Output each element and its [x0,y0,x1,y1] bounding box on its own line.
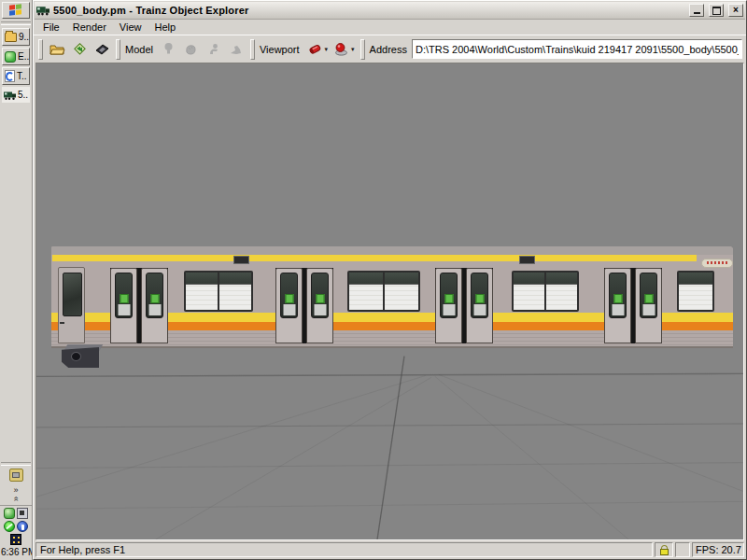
window-open-gap [679,273,712,285]
viewport-tool-group: Viewport ▾ ▾ [258,37,358,61]
status-bar: For Help, press F1 FPS: 20.7 [35,542,744,557]
app-window: 5500_body.pm - Trainz Object Explorer × … [33,0,747,560]
bulb-icon [162,42,175,56]
claw-icon [184,43,198,56]
model-skeleton-button[interactable] [203,39,225,60]
train-icon [4,90,16,101]
start-button[interactable] [2,2,30,19]
menu-item-file[interactable]: File [36,21,66,34]
folder-open-icon [49,43,65,56]
model-texture-button[interactable] [180,39,203,60]
door-sticker-white [642,304,655,315]
taskbar: 9.. E.. T.. 5.. » » 6:36 PM [0,0,33,560]
door-leaf [435,268,462,343]
restore-button[interactable] [709,4,724,17]
viewport-group-label: Viewport [260,44,300,55]
task-button-label: T.. [17,71,27,81]
door-sticker-white [148,304,161,315]
save-disk-icon [94,43,109,56]
door-leaf [306,268,333,343]
toolbar: Model [34,35,746,63]
window-divider [383,273,385,310]
tray-info-icon[interactable] [17,521,28,532]
door-sticker-white [612,304,624,315]
menu-bar: File Render View Help [34,20,746,35]
task-button-trainz[interactable]: 5.. [2,87,30,103]
door-sticker-green [613,294,622,303]
task-button-messenger[interactable]: E.. [2,48,30,65]
door-window [115,273,133,318]
door-sticker-white [473,304,486,315]
status-lock-pane [655,542,673,557]
passenger-window-end [677,271,714,312]
task-button-label: E.. [18,51,29,62]
file-tool-group [46,37,113,61]
ie-document-icon [5,70,15,82]
door-leaf [635,268,662,343]
address-tool-group: Address [368,37,744,61]
menu-item-render[interactable]: Render [66,21,113,34]
folder-icon [5,33,17,42]
passenger-window [347,271,420,312]
taskbar-divider [1,21,31,25]
roof-vent [519,256,535,264]
window-divider [218,273,219,310]
viewport-shading-button[interactable]: ▾ [331,39,358,60]
door-sticker-white [314,304,326,315]
viewport-background-button[interactable]: ▾ [304,39,331,60]
status-fps-text: FPS: 20.7 [696,544,741,555]
toolbar-gripper [250,39,255,60]
tray-volume-icon[interactable] [17,508,28,519]
destination-sign [701,259,733,268]
cab-door [58,267,85,343]
save-button[interactable] [91,39,113,60]
address-label: Address [370,44,407,55]
toolbar-gripper [116,39,120,60]
toolbar-gripper [38,39,43,60]
door-pair [435,268,493,343]
door-pair [604,268,662,343]
model-attachment-button[interactable] [225,39,247,60]
door-sticker-white [443,304,455,315]
status-help-text: For Help, press F1 [40,544,125,555]
door-window [280,273,298,318]
red-cylinder-icon [307,42,323,56]
door-window [471,273,488,318]
car-roof [51,246,733,255]
toolbar-gripper [360,39,365,60]
viewport-3d[interactable] [35,63,744,540]
door-leaf [604,268,631,343]
restore-icon [712,7,721,15]
door-leaf [110,268,137,343]
passenger-window [512,271,579,312]
red-sphere-icon [333,42,349,56]
reload-button[interactable] [68,39,91,60]
door-sticker-green [444,294,453,303]
door-sticker-white [118,304,130,315]
menu-item-help[interactable]: Help [148,21,182,34]
train-model [51,246,733,348]
minimize-button[interactable] [689,4,704,17]
menu-item-view[interactable]: View [113,21,148,34]
hardware-tray-icon[interactable] [9,469,23,482]
close-button[interactable]: × [728,4,743,17]
cab-door-window [63,273,82,316]
door-sticker-green [150,294,159,303]
pointer-hand-icon [229,43,243,56]
tray-keyboard-icon[interactable] [10,534,21,545]
window-title: 5500_body.pm - Trainz Object Explorer [53,5,684,16]
door-pair [110,268,168,343]
coupler-box [62,344,104,370]
minimize-icon [694,12,700,14]
model-light-button[interactable] [158,39,180,60]
task-button-webpage[interactable]: T.. [2,67,30,85]
address-input[interactable] [412,39,742,59]
task-button-folder[interactable]: 9.. [2,28,30,46]
tray-network-icon[interactable] [4,521,15,532]
open-button[interactable] [46,39,68,60]
passenger-window [184,271,253,312]
door-window [640,273,657,318]
dropdown-arrow-icon: ▾ [325,46,329,53]
refresh-icon [73,42,87,56]
taskbar-clock: 6:36 PM [0,545,32,560]
